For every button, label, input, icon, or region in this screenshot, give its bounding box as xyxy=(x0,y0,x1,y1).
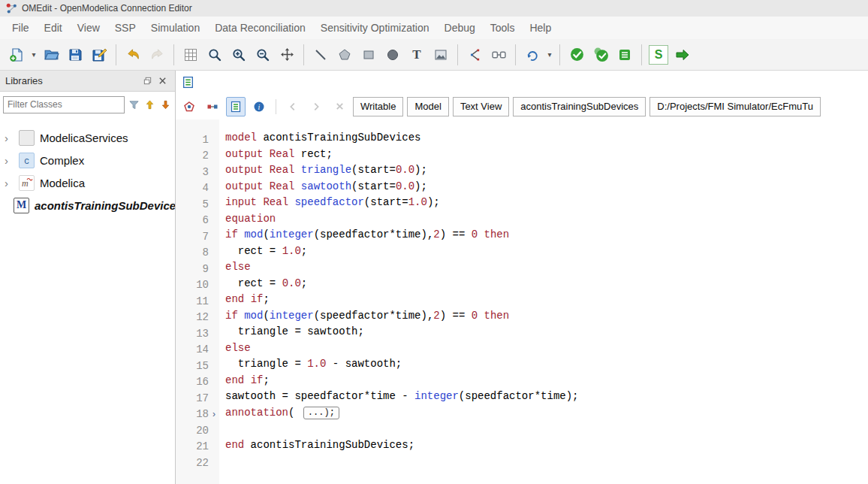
grid-button[interactable] xyxy=(179,43,203,67)
gutter-line[interactable]: 3 xyxy=(176,164,219,180)
icon-view-button[interactable] xyxy=(179,97,199,116)
code-line[interactable]: output Real triangle(start=0.0); xyxy=(225,164,868,180)
code-line[interactable]: output Real rect; xyxy=(225,148,868,165)
text-view-button[interactable] xyxy=(226,97,246,116)
code-line[interactable]: rect = 1.0; xyxy=(225,245,868,262)
gutter-line[interactable]: 4 xyxy=(176,180,219,197)
zoom-out-button[interactable] xyxy=(251,43,275,67)
gutter-line[interactable]: 8 xyxy=(176,245,219,262)
filter-options-button[interactable] xyxy=(127,98,140,111)
gutter-line[interactable]: 15 xyxy=(176,358,219,374)
tree-item-acontistrainingsubdevices[interactable]: › M acontisTrainingSubDevices xyxy=(0,194,175,216)
writable-button[interactable]: Writable xyxy=(353,97,403,116)
collapsed-annotation-box[interactable]: ...); xyxy=(303,407,339,419)
gutter-line[interactable]: 11 xyxy=(176,293,219,310)
simulate-button[interactable] xyxy=(671,43,695,67)
menu-simulation[interactable]: Simulation xyxy=(143,19,207,37)
save-button[interactable] xyxy=(63,43,87,67)
reset-zoom-button[interactable] xyxy=(203,43,227,67)
code-area[interactable]: model acontisTrainingSubDevicesoutput Re… xyxy=(219,119,868,484)
code-line[interactable]: equation xyxy=(225,213,868,229)
ellipse-shape-button[interactable] xyxy=(381,43,405,67)
tree-item-complex[interactable]: › c Complex xyxy=(0,149,175,171)
fit-to-diagram-button[interactable] xyxy=(275,43,299,67)
check-all-models-button[interactable] xyxy=(589,43,613,67)
text-shape-button[interactable]: T xyxy=(405,43,429,67)
gutter-line[interactable]: 20 xyxy=(176,422,219,439)
code-line[interactable]: triangle = sawtooth; xyxy=(225,325,868,342)
gutter-line[interactable]: 2 xyxy=(176,148,219,165)
code-line[interactable] xyxy=(225,455,868,471)
code-line[interactable]: else xyxy=(225,342,868,358)
code-line[interactable]: end acontisTrainingSubDevices; xyxy=(225,439,868,455)
tree-item-modelicaservices[interactable]: › ModelicaServices xyxy=(0,126,175,149)
gutter-line[interactable]: 7 xyxy=(176,228,219,245)
expand-all-button[interactable] xyxy=(143,98,156,111)
filter-classes-input[interactable] xyxy=(3,96,125,113)
composite-model-dropdown-button[interactable]: ▾ xyxy=(544,43,555,67)
menu-ssp[interactable]: SSP xyxy=(107,19,143,37)
rectangle-shape-button[interactable] xyxy=(357,43,381,67)
collapse-all-button[interactable] xyxy=(158,98,172,111)
menu-edit[interactable]: Edit xyxy=(37,19,70,37)
check-model-button[interactable] xyxy=(565,43,589,67)
menu-debug[interactable]: Debug xyxy=(437,19,483,37)
save-as-button[interactable] xyxy=(87,43,111,67)
new-model-button[interactable] xyxy=(5,43,29,67)
tree-item-modelica[interactable]: › m Modelica xyxy=(0,171,175,194)
gutter-line[interactable]: 13 xyxy=(176,325,219,342)
code-line[interactable]: input Real speedfactor(start=1.0); xyxy=(225,196,868,213)
instantiate-model-button[interactable] xyxy=(613,43,637,67)
new-composite-model-button[interactable] xyxy=(520,43,544,67)
code-line[interactable]: rect = 0.0; xyxy=(225,277,868,294)
bitmap-shape-button[interactable] xyxy=(429,43,453,67)
gutter-line[interactable]: 6 xyxy=(176,213,219,229)
line-number-gutter[interactable]: 123456789101112131415161718›202122 xyxy=(176,119,219,484)
code-line[interactable]: triangle = 1.0 - sawtooth; xyxy=(225,358,868,374)
close-panel-button[interactable] xyxy=(155,74,170,88)
code-line[interactable]: sawtooth = speedfactor*time - integer(sp… xyxy=(225,390,868,407)
polygon-shape-button[interactable] xyxy=(333,43,357,67)
code-line[interactable]: else xyxy=(225,261,868,277)
gutter-line[interactable]: 9 xyxy=(176,261,219,277)
text-editor[interactable]: 123456789101112131415161718›202122 model… xyxy=(176,119,868,484)
menu-sensitivity-optimization[interactable]: Sensitivity Optimization xyxy=(313,19,437,37)
view-mode-button[interactable]: Text View xyxy=(453,97,509,116)
code-line[interactable]: output Real sawtooth(start=0.0); xyxy=(225,180,868,197)
gutter-line[interactable]: 12 xyxy=(176,310,219,326)
expand-chevron-icon[interactable]: › xyxy=(5,177,14,189)
gutter-line[interactable]: 14 xyxy=(176,342,219,358)
zoom-in-button[interactable] xyxy=(227,43,251,67)
documentation-view-button[interactable]: i xyxy=(249,97,269,116)
code-line[interactable]: end if; xyxy=(225,293,868,310)
gutter-line[interactable]: 10 xyxy=(176,277,219,294)
gutter-line[interactable]: 21 xyxy=(176,439,219,455)
diagram-view-button[interactable] xyxy=(203,97,222,116)
menu-file[interactable]: File xyxy=(5,19,37,37)
float-panel-button[interactable] xyxy=(140,74,155,88)
redo-button[interactable] xyxy=(145,43,169,67)
gutter-line[interactable]: 16 xyxy=(176,374,219,391)
simulation-setup-button[interactable]: S xyxy=(646,43,671,67)
connect-mode-button[interactable] xyxy=(463,43,487,67)
gutter-line[interactable]: 5 xyxy=(176,196,219,213)
code-line[interactable]: annotation( ...); xyxy=(225,407,868,423)
transition-mode-button[interactable] xyxy=(487,43,511,67)
gutter-line[interactable]: 17 xyxy=(176,390,219,407)
code-line[interactable]: if mod(integer(speedfactor*time),2) == 0… xyxy=(225,310,868,326)
gutter-line[interactable]: 1 xyxy=(176,132,219,148)
new-model-dropdown-button[interactable]: ▾ xyxy=(29,43,39,67)
code-line[interactable]: end if; xyxy=(225,374,868,391)
menu-data-reconciliation[interactable]: Data Reconciliation xyxy=(207,19,313,37)
gutter-line[interactable]: 22 xyxy=(176,455,219,471)
undo-button[interactable] xyxy=(121,43,145,67)
open-model-button[interactable] xyxy=(39,43,63,67)
code-line[interactable]: model acontisTrainingSubDevices xyxy=(225,132,868,148)
code-line[interactable]: if mod(integer(speedfactor*time),2) == 0… xyxy=(225,228,868,245)
line-shape-button[interactable] xyxy=(309,43,333,67)
menu-tools[interactable]: Tools xyxy=(483,19,523,37)
menu-help[interactable]: Help xyxy=(522,19,559,37)
code-line[interactable] xyxy=(225,422,868,439)
fold-marker-icon[interactable]: › xyxy=(209,409,219,419)
expand-chevron-icon[interactable]: › xyxy=(5,132,14,144)
